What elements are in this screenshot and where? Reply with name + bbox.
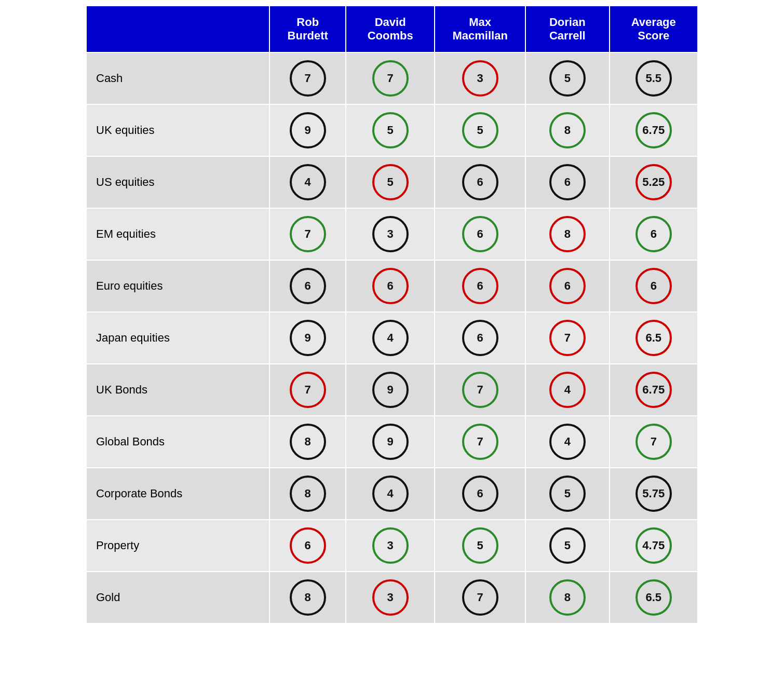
table-row: Global Bonds89747: [86, 416, 698, 468]
cell-value: 9: [346, 364, 435, 416]
row-label: Property: [86, 520, 269, 572]
cell-value: 5.25: [610, 156, 698, 208]
score-circle: 5: [462, 527, 498, 564]
cell-value: 5: [346, 104, 435, 156]
cell-value: 5.75: [610, 468, 698, 520]
table-row: Cash77355.5: [86, 52, 698, 104]
header-label-col: [86, 6, 269, 52]
cell-value: 4: [525, 416, 610, 468]
cell-value: 8: [269, 572, 346, 623]
cell-value: 7: [269, 52, 346, 104]
cell-value: 6: [435, 208, 525, 260]
score-circle: 6: [290, 527, 326, 564]
score-circle: 5: [372, 112, 409, 148]
scores-table: Rob Burdett David Coombs Max Macmillan D…: [86, 5, 698, 624]
cell-value: 3: [346, 520, 435, 572]
row-label: Corporate Bonds: [86, 468, 269, 520]
score-circle: 5: [462, 112, 498, 148]
cell-value: 3: [435, 52, 525, 104]
score-circle: 7: [462, 579, 498, 616]
cell-value: 7: [435, 364, 525, 416]
cell-value: 6.5: [610, 312, 698, 364]
cell-value: 6: [346, 260, 435, 312]
cell-value: 9: [269, 104, 346, 156]
score-circle: 7: [290, 216, 326, 252]
cell-value: 6: [435, 156, 525, 208]
cell-value: 5: [525, 468, 610, 520]
cell-value: 6.75: [610, 104, 698, 156]
header-row: Rob Burdett David Coombs Max Macmillan D…: [86, 6, 698, 52]
cell-value: 6: [525, 260, 610, 312]
cell-value: 5: [525, 52, 610, 104]
score-circle: 8: [549, 579, 586, 616]
score-circle: 6: [372, 268, 409, 304]
score-circle: 6: [462, 320, 498, 356]
score-circle: 6: [549, 164, 586, 200]
score-circle: 4: [372, 320, 409, 356]
score-circle: 7: [549, 320, 586, 356]
score-circle: 9: [290, 320, 326, 356]
cell-value: 7: [269, 208, 346, 260]
score-circle: 6: [290, 268, 326, 304]
row-label: Euro equities: [86, 260, 269, 312]
table-row: Japan equities94676.5: [86, 312, 698, 364]
row-label: US equities: [86, 156, 269, 208]
row-label: Global Bonds: [86, 416, 269, 468]
score-circle: 5: [549, 527, 586, 564]
table-row: Gold83786.5: [86, 572, 698, 623]
row-label: UK Bonds: [86, 364, 269, 416]
score-circle: 7: [462, 372, 498, 408]
row-label: UK equities: [86, 104, 269, 156]
table-row: Corporate Bonds84655.75: [86, 468, 698, 520]
score-circle: 6.5: [636, 320, 672, 356]
table-row: Property63554.75: [86, 520, 698, 572]
score-circle: 5: [549, 476, 586, 512]
header-max: Max Macmillan: [435, 6, 525, 52]
cell-value: 6: [269, 260, 346, 312]
score-circle: 8: [290, 424, 326, 460]
score-circle: 6: [462, 216, 498, 252]
score-circle: 6: [462, 476, 498, 512]
cell-value: 7: [610, 416, 698, 468]
score-circle: 3: [372, 527, 409, 564]
cell-value: 9: [346, 416, 435, 468]
score-circle: 4: [549, 372, 586, 408]
cell-value: 8: [525, 208, 610, 260]
score-circle: 7: [462, 424, 498, 460]
row-label: Gold: [86, 572, 269, 623]
cell-value: 7: [435, 416, 525, 468]
score-circle: 8: [549, 216, 586, 252]
score-circle: 3: [372, 216, 409, 252]
score-circle: 6.75: [636, 112, 672, 148]
cell-value: 4: [269, 156, 346, 208]
score-circle: 6.5: [636, 579, 672, 616]
cell-value: 8: [269, 468, 346, 520]
score-circle: 6: [462, 268, 498, 304]
header-dorian: Dorian Carrell: [525, 6, 610, 52]
score-circle: 9: [290, 112, 326, 148]
table-row: Euro equities66666: [86, 260, 698, 312]
score-circle: 4: [549, 424, 586, 460]
header-rob: Rob Burdett: [269, 6, 346, 52]
cell-value: 5.5: [610, 52, 698, 104]
cell-value: 5: [346, 156, 435, 208]
cell-value: 6: [435, 312, 525, 364]
score-circle: 3: [462, 60, 498, 97]
cell-value: 6: [435, 468, 525, 520]
cell-value: 7: [435, 572, 525, 623]
score-circle: 6.75: [636, 372, 672, 408]
score-circle: 6: [462, 164, 498, 200]
score-circle: 3: [372, 579, 409, 616]
cell-value: 8: [525, 572, 610, 623]
cell-value: 7: [525, 312, 610, 364]
score-circle: 5: [372, 164, 409, 200]
table-row: EM equities73686: [86, 208, 698, 260]
table-row: UK equities95586.75: [86, 104, 698, 156]
table-row: UK Bonds79746.75: [86, 364, 698, 416]
main-table-wrapper: Rob Burdett David Coombs Max Macmillan D…: [86, 5, 698, 624]
cell-value: 3: [346, 208, 435, 260]
cell-value: 6.5: [610, 572, 698, 623]
score-circle: 4.75: [636, 527, 672, 564]
row-label: Cash: [86, 52, 269, 104]
score-circle: 7: [290, 60, 326, 97]
